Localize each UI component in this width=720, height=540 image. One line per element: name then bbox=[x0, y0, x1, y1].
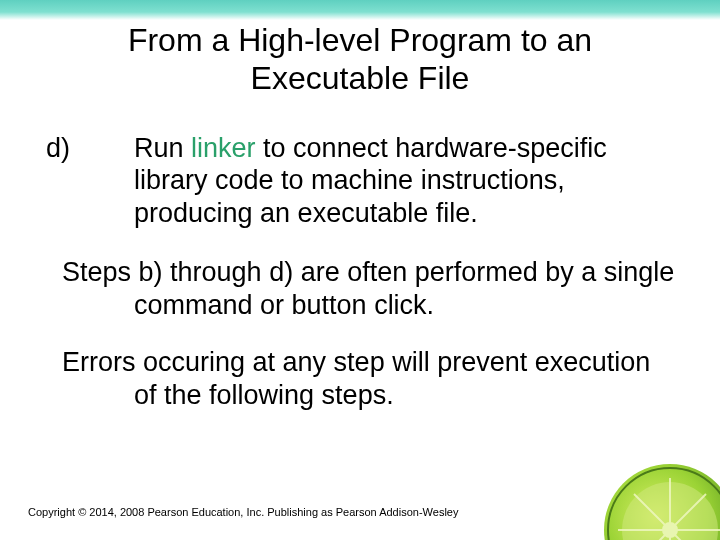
paragraph-steps: Steps b) through d) are often performed … bbox=[44, 256, 676, 322]
bullet-text-pre: Run bbox=[134, 133, 191, 163]
slide-container: From a High-level Program to an Executab… bbox=[0, 0, 720, 540]
svg-point-11 bbox=[662, 522, 678, 538]
bullet-keyword-linker: linker bbox=[191, 133, 256, 163]
lime-decoration-icon bbox=[600, 460, 720, 540]
copyright-text: Copyright © 2014, 2008 Pearson Education… bbox=[28, 506, 458, 518]
bullet-d: d)Run linker to connect hardware-specifi… bbox=[44, 132, 676, 231]
slide-title: From a High-level Program to an Executab… bbox=[28, 22, 692, 98]
slide-body: d)Run linker to connect hardware-specifi… bbox=[28, 132, 692, 413]
bullet-marker: d) bbox=[90, 132, 134, 165]
paragraph-errors: Errors occuring at any step will prevent… bbox=[44, 346, 676, 412]
